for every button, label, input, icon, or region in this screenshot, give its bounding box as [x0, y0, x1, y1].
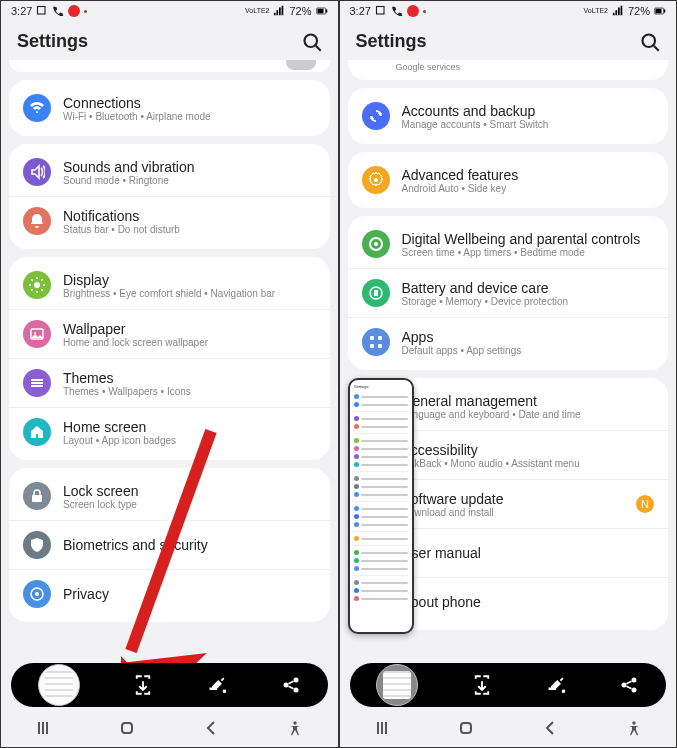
- partial-toggle[interactable]: [286, 60, 316, 70]
- item-subtitle: Sound mode • Ringtone: [63, 175, 195, 186]
- home-icon: [23, 418, 51, 446]
- phone-icon: [52, 5, 64, 17]
- recents-button[interactable]: [374, 720, 390, 736]
- item-subtitle: Brightness • Eye comfort shield • Naviga…: [63, 288, 275, 299]
- battery-icon: [654, 5, 666, 17]
- privacy-icon: [23, 580, 51, 608]
- settings-item-wallpaper[interactable]: WallpaperHome and lock screen wallpaper: [9, 309, 330, 358]
- item-subtitle: Home and lock screen wallpaper: [63, 337, 208, 348]
- edit-screenshot-icon[interactable]: [207, 675, 227, 695]
- screenshot-toolbar: [11, 663, 328, 707]
- item-title: Software update: [402, 491, 504, 507]
- scroll-capture-icon[interactable]: [472, 675, 492, 695]
- well-icon: [362, 230, 390, 258]
- navigation-bar: [1, 709, 338, 747]
- back-button[interactable]: [203, 720, 219, 736]
- search-icon[interactable]: [302, 32, 322, 52]
- item-title: Apps: [402, 329, 522, 345]
- item-subtitle: Default apps • App settings: [402, 345, 522, 356]
- item-subtitle: Status bar • Do not disturb: [63, 224, 180, 235]
- accessibility-button[interactable]: [626, 720, 642, 736]
- apps-icon: [362, 328, 390, 356]
- item-title: Battery and device care: [402, 280, 569, 296]
- home-button[interactable]: [119, 720, 135, 736]
- screenshot-toolbar: [350, 663, 667, 707]
- item-subtitle: Storage • Memory • Device protection: [402, 296, 569, 307]
- item-title: Home screen: [63, 419, 176, 435]
- svg-rect-26: [122, 723, 132, 733]
- settings-item-battery-and-device-care[interactable]: Battery and device careStorage • Memory …: [348, 268, 669, 317]
- partial-item-label: Google services: [396, 62, 461, 72]
- airtel-icon: [68, 5, 80, 17]
- more-indicator: [84, 10, 87, 13]
- settings-item-apps[interactable]: AppsDefault apps • App settings: [348, 317, 669, 366]
- gear-icon: [362, 166, 390, 194]
- battery-percent: 72%: [289, 5, 311, 17]
- scroll-capture-preview[interactable]: Settings: [348, 378, 414, 634]
- screenshot-thumbnail[interactable]: [38, 664, 80, 706]
- sound-icon: [23, 158, 51, 186]
- bell-icon: [23, 207, 51, 235]
- recents-button[interactable]: [35, 720, 51, 736]
- settings-item-sounds-and-vibration[interactable]: Sounds and vibrationSound mode • Rington…: [9, 148, 330, 196]
- settings-item-accounts-and-backup[interactable]: Accounts and backupManage accounts • Sma…: [348, 92, 669, 140]
- scroll-capture-icon[interactable]: [133, 675, 153, 695]
- item-subtitle: Layout • App icon badges: [63, 435, 176, 446]
- clock: 3:27: [11, 5, 32, 17]
- item-subtitle: Wi-Fi • Bluetooth • Airplane mode: [63, 111, 211, 122]
- battery-icon: [362, 279, 390, 307]
- settings-item-themes[interactable]: ThemesThemes • Wallpapers • Icons: [9, 358, 330, 407]
- settings-item-home-screen[interactable]: Home screenLayout • App icon badges: [9, 407, 330, 456]
- settings-item-advanced-features[interactable]: Advanced featuresAndroid Auto • Side key: [348, 156, 669, 204]
- svg-rect-25: [38, 7, 46, 15]
- item-title: Notifications: [63, 208, 180, 224]
- settings-item-connections[interactable]: ConnectionsWi-Fi • Bluetooth • Airplane …: [9, 84, 330, 132]
- status-bar: 3:27 VoLTE2 72%: [340, 1, 677, 21]
- svg-point-27: [294, 721, 297, 724]
- item-subtitle: Screen lock type: [63, 499, 138, 510]
- item-title: Advanced features: [402, 167, 519, 183]
- settings-item-biometrics-and-security[interactable]: Biometrics and security: [9, 520, 330, 569]
- page-title: Settings: [17, 31, 88, 52]
- signal-icon: [273, 5, 285, 17]
- previous-card-edge: [9, 60, 330, 72]
- item-title: General management: [402, 393, 581, 409]
- settings-item-privacy[interactable]: Privacy: [9, 569, 330, 618]
- screenshot-thumbnail[interactable]: [376, 664, 418, 706]
- settings-item-lock-screen[interactable]: Lock screenScreen lock type: [9, 472, 330, 520]
- item-title: Wallpaper: [63, 321, 208, 337]
- share-icon[interactable]: [619, 675, 639, 695]
- signal-icon: [612, 5, 624, 17]
- page-title: Settings: [356, 31, 427, 52]
- accessibility-button[interactable]: [287, 720, 303, 736]
- item-title: Privacy: [63, 586, 109, 602]
- status-bar: 3:27 VoLTE2 72%: [1, 1, 338, 21]
- item-title: Biometrics and security: [63, 537, 208, 553]
- edit-screenshot-icon[interactable]: [546, 675, 566, 695]
- item-subtitle: Manage accounts • Smart Switch: [402, 119, 549, 130]
- item-title: Themes: [63, 370, 191, 386]
- search-icon[interactable]: [640, 32, 660, 52]
- airtel-icon: [407, 5, 419, 17]
- screenshot-indicator-icon: [36, 5, 48, 17]
- header: Settings: [340, 21, 677, 60]
- settings-list[interactable]: ConnectionsWi-Fi • Bluetooth • Airplane …: [1, 60, 338, 747]
- more-indicator: [423, 10, 426, 13]
- item-title: Digital Wellbeing and parental controls: [402, 231, 641, 247]
- item-title: Accounts and backup: [402, 103, 549, 119]
- item-subtitle: Android Auto • Side key: [402, 183, 519, 194]
- back-button[interactable]: [542, 720, 558, 736]
- item-subtitle: TalkBack • Mono audio • Assistant menu: [402, 458, 580, 469]
- home-button[interactable]: [458, 720, 474, 736]
- battery-icon: [316, 5, 328, 17]
- header: Settings: [1, 21, 338, 60]
- svg-rect-29: [461, 723, 471, 733]
- network-label: VoLTE2: [584, 8, 608, 14]
- clock: 3:27: [350, 5, 371, 17]
- screenshot-indicator-icon: [375, 5, 387, 17]
- settings-item-display[interactable]: DisplayBrightness • Eye comfort shield •…: [9, 261, 330, 309]
- settings-item-notifications[interactable]: NotificationsStatus bar • Do not disturb: [9, 196, 330, 245]
- share-icon[interactable]: [281, 675, 301, 695]
- item-subtitle: Download and install: [402, 507, 504, 518]
- settings-item-digital-wellbeing-and-parental-controls[interactable]: Digital Wellbeing and parental controlsS…: [348, 220, 669, 268]
